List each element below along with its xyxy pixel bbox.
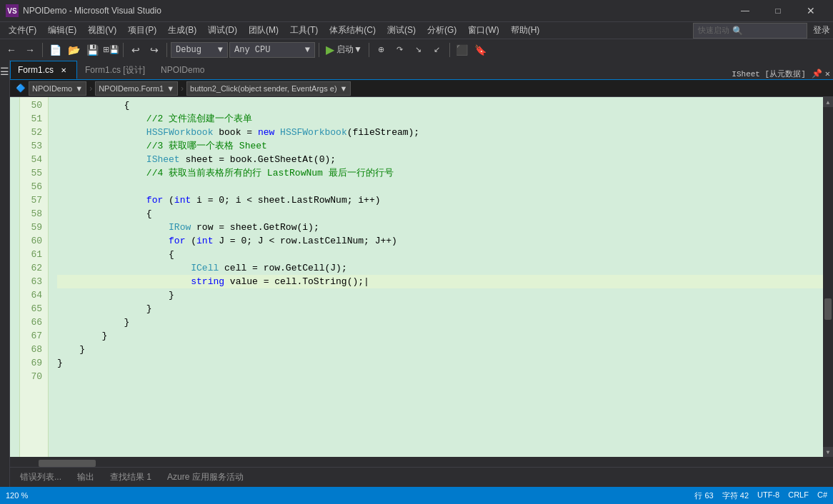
code-line-54: ISheet sheet = book.GetSheetAt(0); xyxy=(57,153,823,166)
status-line[interactable]: 行 63 xyxy=(694,490,713,501)
class-dropdown[interactable]: NPOIDemo.Form1 ▼ xyxy=(95,81,178,96)
solution-explorer-icon[interactable]: ☰ xyxy=(0,66,9,78)
vertical-scrollbar[interactable]: ▲ ▼ xyxy=(823,97,833,457)
code-line-55: //4 获取当前表格所有的行 LastRowNum 最后一行的行号 xyxy=(57,166,823,180)
code-line-63: string value = cell.ToString();| xyxy=(57,275,823,288)
scroll-up-button[interactable]: ▲ xyxy=(823,97,833,107)
redo-button[interactable]: ↪ xyxy=(146,41,163,59)
menu-team[interactable]: 团队(M) xyxy=(243,23,284,38)
tab-npoidemo[interactable]: NPOIDemo xyxy=(153,61,212,79)
code-line-59: IRow row = sheet.GetRow(i); xyxy=(57,221,823,234)
menu-file[interactable]: 文件(F) xyxy=(3,23,42,38)
tab-close-form1cs[interactable]: ✕ xyxy=(58,64,69,76)
quick-launch-search[interactable]: 快速启动 🔍 xyxy=(693,23,807,39)
menu-project[interactable]: 项目(P) xyxy=(122,23,162,38)
code-line-65: } xyxy=(57,302,823,316)
open-file-button[interactable]: 📂 xyxy=(65,41,82,59)
minimize-button[interactable]: — xyxy=(729,0,762,21)
debug-mode-dropdown[interactable]: Debug ▼ xyxy=(171,42,228,58)
cpu-mode-dropdown[interactable]: Any CPU ▼ xyxy=(229,42,315,58)
maximize-button[interactable]: □ xyxy=(762,0,794,21)
run-button[interactable]: ▶ 启动▼ xyxy=(323,42,365,58)
save-all-button[interactable]: ⊞💾 xyxy=(102,41,119,59)
line-numbers: 50 51 52 53 54 55 56 57 58 59 60 61 62 6… xyxy=(20,97,49,457)
error-list-tab[interactable]: 错误列表... xyxy=(13,469,69,486)
status-zoom[interactable]: 120 % xyxy=(6,491,28,500)
breadcrumb-bar: 🔷 NPOIDemo ▼ › NPOIDemo.Form1 ▼ › button… xyxy=(10,80,833,97)
tab-label-form1cs: Form1.cs xyxy=(18,65,54,75)
status-col[interactable]: 字符 42 xyxy=(722,490,749,501)
menu-build[interactable]: 生成(B) xyxy=(162,23,202,38)
undo-button[interactable]: ↩ xyxy=(127,41,144,59)
method-dropdown[interactable]: button2_Click(object sender, EventArgs e… xyxy=(186,81,351,96)
code-line-58: { xyxy=(57,207,823,221)
tab-form1design[interactable]: Form1.cs [设计] xyxy=(77,61,153,79)
right-panel-tab[interactable]: ISheet [从元数据] xyxy=(732,69,805,79)
breakpoint-button[interactable]: ⬛ xyxy=(454,41,471,59)
menu-view[interactable]: 视图(V) xyxy=(82,23,122,38)
menu-tools[interactable]: 工具(T) xyxy=(284,23,324,38)
output-tab[interactable]: 输出 xyxy=(70,469,101,486)
titlebar: VS NPOIDemo - Microsoft Visual Studio — … xyxy=(0,0,833,21)
scroll-down-button[interactable]: ▼ xyxy=(823,447,833,457)
code-line-52: HSSFWorkbook book = new HSSFWorkbook(fil… xyxy=(57,126,823,139)
pin-icon[interactable]: 📌 xyxy=(812,69,822,79)
namespace-dropdown[interactable]: NPOIDemo ▼ xyxy=(29,81,86,96)
status-encoding[interactable]: UTF-8 xyxy=(757,490,779,501)
menu-test[interactable]: 测试(S) xyxy=(381,23,422,38)
breadcrumb-icon: 🔷 xyxy=(16,84,26,93)
close-button[interactable]: ✕ xyxy=(794,0,827,21)
menu-help[interactable]: 帮助(H) xyxy=(505,23,546,38)
find-results-tab[interactable]: 查找结果 1 xyxy=(103,469,159,486)
tab-form1cs[interactable]: Form1.cs ✕ xyxy=(10,61,77,79)
scrollbar-thumb[interactable] xyxy=(824,298,832,320)
code-line-69: } xyxy=(57,356,823,370)
code-line-68: } xyxy=(57,343,823,356)
vs-icon: VS xyxy=(6,4,19,17)
forward-button[interactable]: → xyxy=(21,41,39,59)
left-margin xyxy=(10,97,20,457)
code-line-57: for (int i = 0; i < sheet.LastRowNum; i+… xyxy=(57,193,823,207)
code-line-53: //3 获取哪一个表格 Sheet xyxy=(57,139,823,153)
statusbar: 120 % 行 63 字符 42 UTF-8 CRLF C# xyxy=(0,487,833,504)
menu-window[interactable]: 窗口(W) xyxy=(462,23,504,38)
code-line-50: { xyxy=(57,99,823,112)
tab-bar: Form1.cs ✕ Form1.cs [设计] NPOIDemo ISheet… xyxy=(10,60,833,80)
tab-label-npoidemo: NPOIDemo xyxy=(161,65,204,75)
bookmark-button[interactable]: 🔖 xyxy=(472,41,489,59)
status-lang[interactable]: C# xyxy=(817,490,827,501)
back-button[interactable]: ← xyxy=(3,41,20,59)
toolbar: ← → 📄 📂 💾 ⊞💾 ↩ ↪ Debug ▼ Any CPU ▼ ▶ 启动▼… xyxy=(0,39,833,60)
code-line-66: } xyxy=(57,316,823,329)
horizontal-scrollbar[interactable] xyxy=(10,457,833,467)
tab-label-form1design: Form1.cs [设计] xyxy=(85,64,145,76)
login-button[interactable]: 登录 xyxy=(813,24,830,36)
step-over-button[interactable]: ↷ xyxy=(391,41,409,59)
attach-button[interactable]: ⊕ xyxy=(373,41,390,59)
panel-close-icon[interactable]: ✕ xyxy=(825,69,830,79)
azure-tab[interactable]: Azure 应用服务活动 xyxy=(160,469,251,486)
activity-bar: ☰ xyxy=(0,60,10,487)
bottom-panel-tabs: 错误列表... 输出 查找结果 1 Azure 应用服务活动 xyxy=(10,467,833,487)
code-line-60: for (int J = 0; J < row.LastCellNum; J++… xyxy=(57,234,823,248)
code-line-64: } xyxy=(57,288,823,302)
menu-edit[interactable]: 编辑(E) xyxy=(42,23,82,38)
code-editor[interactable]: 50 51 52 53 54 55 56 57 58 59 60 61 62 6… xyxy=(10,97,833,457)
menubar: 文件(F) 编辑(E) 视图(V) 项目(P) 生成(B) 调试(D) 团队(M… xyxy=(0,21,833,39)
code-line-62: ICell cell = row.GetCell(J); xyxy=(57,261,823,275)
step-into-button[interactable]: ↘ xyxy=(410,41,427,59)
code-line-56 xyxy=(57,180,823,193)
hscroll-thumb[interactable] xyxy=(39,460,96,467)
step-out-button[interactable]: ↙ xyxy=(429,41,446,59)
save-button[interactable]: 💾 xyxy=(84,41,101,59)
status-line-ending[interactable]: CRLF xyxy=(788,490,809,501)
code-line-51: //2 文件流创建一个表单 xyxy=(57,112,823,126)
code-line-61: { xyxy=(57,248,823,261)
menu-arch[interactable]: 体系结构(C) xyxy=(324,23,381,38)
code-line-67: } xyxy=(57,329,823,343)
menu-analyze[interactable]: 分析(G) xyxy=(422,23,462,38)
title-text: NPOIDemo - Microsoft Visual Studio xyxy=(23,6,729,16)
menu-debug[interactable]: 调试(D) xyxy=(202,23,243,38)
new-file-button[interactable]: 📄 xyxy=(46,41,64,59)
code-content[interactable]: { //2 文件流创建一个表单 HSSFWorkbook book = new … xyxy=(49,97,823,457)
